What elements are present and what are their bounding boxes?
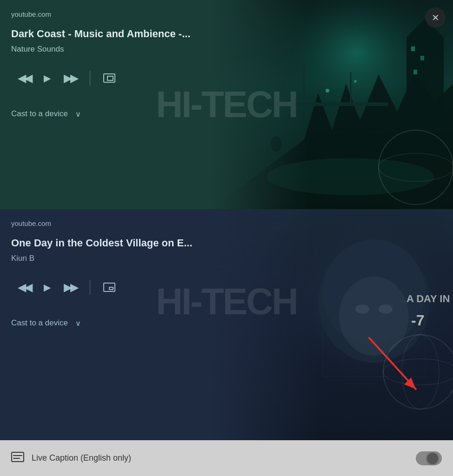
card-1-content: youtube.com Dark Coast - Music and Ambie… (0, 0, 453, 126)
play-icon-2: ▶ (44, 282, 51, 293)
pip-icon-2 (103, 283, 115, 292)
caption-icon (11, 452, 24, 465)
card-1-controls: ◀◀ ▶ ▶▶ (11, 68, 442, 88)
card-2-cast-dropdown-button[interactable]: ∨ (73, 317, 83, 330)
card-2-forward-button[interactable]: ▶▶ (57, 277, 83, 298)
card-1-cast-dropdown-button[interactable]: ∨ (73, 108, 83, 120)
card-2: A DAY IN T -7 HI-TECH youtube.com One Da… (0, 209, 453, 440)
card-1-video-title: Dark Coast - Music and Ambience -... (11, 27, 442, 41)
card-1-play-button[interactable]: ▶ (37, 69, 57, 87)
controls-divider-2 (90, 280, 90, 295)
chevron-down-icon: ∨ (75, 110, 81, 118)
toggle-track (416, 451, 442, 465)
rewind-icon-2: ◀◀ (18, 281, 31, 294)
card-1-cast-label: Cast to a device (11, 109, 68, 119)
card-2-controls: ◀◀ ▶ ▶▶ (11, 277, 442, 298)
card-1-forward-button[interactable]: ▶▶ (57, 68, 83, 88)
card-2-rewind-button[interactable]: ◀◀ (11, 277, 37, 298)
card-2-cast-row: Cast to a device ∨ (11, 311, 442, 335)
card-2-content: youtube.com One Day in the Coldest Villa… (0, 209, 453, 335)
card-2-video-title: One Day in the Coldest Village on E... (11, 237, 442, 250)
card-1-video-author: Nature Sounds (11, 45, 442, 54)
svg-rect-35 (12, 452, 24, 462)
card-2-site-url: youtube.com (11, 219, 442, 227)
card-1-cast-row: Cast to a device ∨ (11, 102, 442, 126)
card-2-pip-button[interactable] (97, 279, 122, 296)
live-caption-label: Live Caption (English only) (32, 453, 416, 463)
card-1-rewind-button[interactable]: ◀◀ (11, 68, 37, 88)
close-button[interactable]: ✕ (425, 7, 446, 28)
rewind-icon: ◀◀ (18, 72, 31, 85)
card-2-play-button[interactable]: ▶ (37, 278, 57, 297)
toggle-thumb (427, 453, 438, 464)
forward-icon-2: ▶▶ (64, 281, 77, 294)
bottom-bar: Live Caption (English only) (0, 440, 453, 476)
card-2-cast-label: Cast to a device (11, 318, 68, 328)
forward-icon: ▶▶ (64, 72, 77, 85)
card-2-video-author: Kiun B (11, 254, 442, 263)
play-icon: ▶ (44, 73, 51, 84)
card-1-pip-button[interactable] (97, 70, 122, 86)
live-caption-toggle[interactable] (416, 451, 442, 465)
controls-divider (90, 71, 90, 86)
card-1: HI-TECH ✕ youtube.com Dark Coast - Music… (0, 0, 453, 209)
chevron-down-icon-2: ∨ (75, 319, 81, 327)
close-icon: ✕ (432, 12, 440, 23)
card-1-site-url: youtube.com (11, 10, 442, 18)
pip-icon (103, 73, 115, 83)
